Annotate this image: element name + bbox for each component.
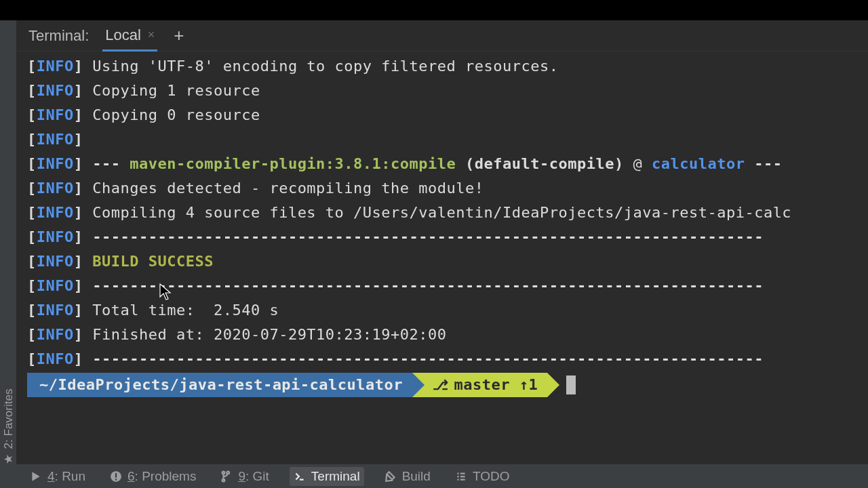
terminal-line: [INFO] Copying 1 resource xyxy=(27,79,868,103)
terminal-line: [INFO] ---------------------------------… xyxy=(27,225,868,249)
terminal-line: [INFO] Using 'UTF-8' encoding to copy fi… xyxy=(27,54,868,79)
prompt-path-segment: ~/IdeaProjects/java-rest-api-calculator xyxy=(27,373,412,397)
run-icon xyxy=(30,470,42,483)
git-branch-icon xyxy=(220,470,233,483)
tool-window-terminal[interactable]: Terminal xyxy=(290,467,364,486)
tool-window-run[interactable]: 4: Run xyxy=(26,467,90,486)
terminal-tab-local[interactable]: Local × xyxy=(102,20,157,52)
terminal-output[interactable]: [INFO] Using 'UTF-8' encoding to copy fi… xyxy=(16,52,868,464)
terminal-line: [INFO] Total time: 2.540 s xyxy=(27,298,868,323)
terminal-line: [INFO] --- maven-compiler-plugin:3.8.1:c… xyxy=(27,152,868,176)
bottom-tool-window-bar: 4: Run 6: Problems 9: Git Terminal Build… xyxy=(16,464,868,488)
terminal-icon xyxy=(294,470,306,483)
terminal-line: [INFO] ---------------------------------… xyxy=(27,274,868,298)
terminal-line: [INFO] Finished at: 2020-07-29T10:23:19+… xyxy=(27,323,868,347)
svg-rect-1 xyxy=(115,472,117,477)
terminal-tab-label: Local xyxy=(105,26,141,44)
build-icon xyxy=(384,470,397,483)
sidebar-favorites-label: 2: Favorites xyxy=(1,389,15,449)
tool-window-problems[interactable]: 6: Problems xyxy=(106,467,200,486)
terminal-tool-window: Terminal: Local × + [INFO] Using 'UTF-8'… xyxy=(16,20,868,488)
svg-rect-2 xyxy=(115,479,117,480)
prompt-branch-segment: ⎇master ↑1 xyxy=(412,373,547,397)
tool-window-git[interactable]: 9: Git xyxy=(216,467,273,486)
sidebar-favorites[interactable]: ★ 2: Favorites xyxy=(1,389,16,465)
close-icon[interactable]: × xyxy=(148,28,155,42)
tool-window-todo[interactable]: TODO xyxy=(451,467,514,486)
terminal-line: [INFO] Copying 0 resource xyxy=(27,103,868,127)
terminal-line: [INFO] ---------------------------------… xyxy=(27,347,868,371)
add-terminal-tab-icon[interactable]: + xyxy=(171,25,184,46)
terminal-line: [INFO] xyxy=(27,127,868,152)
star-icon: ★ xyxy=(1,454,16,464)
svg-point-5 xyxy=(227,471,230,474)
terminal-line: [INFO] BUILD SUCCESS xyxy=(27,249,868,274)
prompt-branch-label: master ↑1 xyxy=(454,373,538,397)
terminal-title: Terminal: xyxy=(28,27,89,45)
left-tool-stripe: ★ 2: Favorites xyxy=(0,20,16,488)
terminal-line: [INFO] Changes detected - recompiling th… xyxy=(27,176,868,201)
problems-icon xyxy=(110,470,122,483)
shell-prompt[interactable]: ~/IdeaProjects/java-rest-api-calculator⎇… xyxy=(27,373,868,397)
terminal-tab-bar: Terminal: Local × + xyxy=(16,20,868,52)
terminal-line: [INFO] Compiling 4 source files to /User… xyxy=(27,201,868,225)
text-cursor xyxy=(566,375,576,394)
tool-window-build[interactable]: Build xyxy=(380,467,435,486)
todo-icon xyxy=(455,470,467,483)
git-branch-icon: ⎇ xyxy=(433,373,449,397)
